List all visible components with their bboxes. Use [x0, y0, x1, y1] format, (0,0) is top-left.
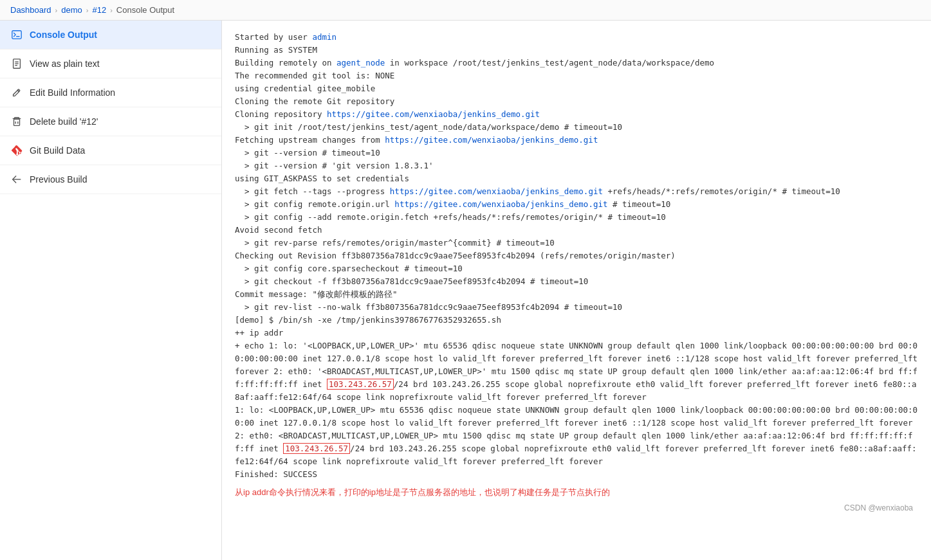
sidebar-item-edit-build-info[interactable]: Edit Build Information: [0, 78, 221, 107]
sidebar-item-console-output[interactable]: Console Output: [0, 21, 221, 50]
sidebar-item-previous-build-label: Previous Build: [30, 174, 88, 185]
annotation-text: 从ip addr命令执行情况来看，打印的ip地址是子节点服务器的地址，也说明了构…: [235, 486, 918, 500]
svg-rect-0: [12, 31, 21, 39]
breadcrumb-sep-1: ›: [55, 6, 58, 14]
breadcrumb-sep-3: ›: [110, 6, 113, 14]
sidebar-item-previous-build[interactable]: Previous Build: [0, 165, 221, 194]
agent-node-link[interactable]: agent_node: [336, 58, 385, 68]
console-text: Started by user admin Running as SYSTEM …: [235, 31, 918, 481]
delete-icon: [10, 115, 23, 128]
sidebar-item-edit-build-info-label: Edit Build Information: [30, 87, 115, 98]
console-icon: [10, 28, 23, 41]
console-output-content: Started by user admin Running as SYSTEM …: [222, 21, 931, 560]
breadcrumb-demo[interactable]: demo: [61, 5, 82, 15]
repo-link-4[interactable]: https://gitee.com/wenxiaoba/jenkins_demo…: [394, 199, 607, 209]
sidebar-item-console-output-label: Console Output: [30, 30, 97, 40]
repo-link-3[interactable]: https://gitee.com/wenxiaoba/jenkins_demo…: [390, 186, 603, 196]
sidebar: Console Output View as plain text: [0, 21, 222, 560]
edit-icon: [10, 86, 23, 99]
ip-address-2: 103.243.26.57: [283, 443, 350, 454]
arrow-left-icon: [10, 173, 23, 186]
breadcrumb: Dashboard › demo › #12 › Console Output: [0, 0, 931, 21]
sidebar-item-delete-build[interactable]: Delete build '#12': [0, 107, 221, 136]
repo-link-1[interactable]: https://gitee.com/wenxiaoba/jenkins_demo…: [327, 109, 540, 119]
sidebar-item-delete-build-label: Delete build '#12': [30, 116, 98, 127]
breadcrumb-current: Console Output: [116, 5, 174, 15]
repo-link-2[interactable]: https://gitee.com/wenxiaoba/jenkins_demo…: [385, 135, 598, 145]
document-icon: [10, 57, 23, 70]
sidebar-item-git-build-data-label: Git Build Data: [30, 145, 85, 156]
svg-rect-6: [14, 119, 20, 125]
footer-note: CSDN @wenxiaoba: [235, 500, 918, 517]
sidebar-item-git-build-data[interactable]: Git Build Data: [0, 136, 221, 165]
sidebar-item-view-plain-text-label: View as plain text: [30, 59, 100, 69]
sidebar-item-view-plain-text[interactable]: View as plain text: [0, 50, 221, 78]
git-icon: [10, 144, 23, 157]
breadcrumb-sep-2: ›: [86, 6, 89, 14]
breadcrumb-dashboard[interactable]: Dashboard: [10, 5, 51, 15]
breadcrumb-build-number[interactable]: #12: [92, 5, 106, 15]
admin-link[interactable]: admin: [312, 32, 336, 42]
ip-address-1: 103.243.26.57: [327, 379, 394, 390]
